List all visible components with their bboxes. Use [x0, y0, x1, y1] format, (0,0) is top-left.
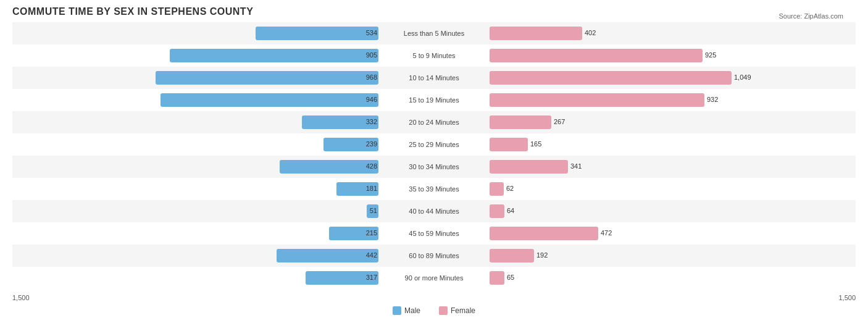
- table-row: 10 to 14 Minutes9681,049: [12, 67, 856, 89]
- female-value: 402: [585, 29, 596, 36]
- female-bar: [490, 204, 504, 218]
- table-row: 40 to 44 Minutes5164: [12, 200, 856, 222]
- male-value: 215: [366, 229, 377, 237]
- female-bar: [490, 271, 504, 285]
- female-bar: [490, 227, 598, 240]
- female-value: 932: [707, 96, 718, 103]
- table-row: 60 to 89 Minutes442192: [12, 245, 856, 267]
- female-value: 1,049: [734, 73, 751, 81]
- table-row: 30 to 34 Minutes428341: [12, 156, 856, 178]
- table-row: Less than 5 Minutes534402: [12, 22, 856, 44]
- table-row: 35 to 39 Minutes18162: [12, 178, 856, 200]
- row-label: 15 to 19 Minutes: [409, 96, 459, 104]
- table-row: 45 to 59 Minutes215472: [12, 222, 856, 245]
- row-label: Less than 5 Minutes: [404, 30, 464, 37]
- chart-container: Less than 5 Minutes5344025 to 9 Minutes9…: [12, 22, 856, 315]
- male-bar: [280, 160, 378, 174]
- legend: Male Female: [12, 306, 856, 315]
- male-value: 181: [366, 185, 377, 192]
- female-value: 472: [601, 229, 612, 237]
- female-bar: [490, 27, 582, 40]
- female-bar: [490, 249, 534, 262]
- male-color-box: [393, 306, 401, 315]
- table-row: 15 to 19 Minutes946932: [12, 89, 856, 111]
- row-label: 5 to 9 Minutes: [412, 52, 455, 59]
- female-value: 165: [530, 140, 541, 148]
- male-value: 51: [370, 207, 377, 214]
- female-bar: [490, 160, 568, 174]
- male-bar: [161, 93, 378, 107]
- female-label: Female: [451, 306, 475, 315]
- table-row: 5 to 9 Minutes905925: [12, 44, 856, 67]
- female-value: 64: [507, 207, 514, 214]
- female-value: 341: [570, 162, 582, 170]
- male-value: 968: [366, 73, 377, 81]
- female-bar: [490, 115, 551, 129]
- male-value: 332: [366, 118, 377, 125]
- male-value: 905: [366, 51, 377, 59]
- chart-title: COMMUTE TIME BY SEX IN STEPHENS COUNTY: [12, 6, 856, 17]
- row-label: 45 to 59 Minutes: [409, 230, 459, 237]
- legend-female: Female: [439, 306, 475, 315]
- table-row: 20 to 24 Minutes332267: [12, 111, 856, 133]
- male-value: 534: [366, 29, 377, 36]
- female-color-box: [439, 306, 448, 315]
- row-label: 10 to 14 Minutes: [409, 74, 459, 82]
- female-bar: [490, 71, 732, 85]
- male-bar: [277, 249, 378, 262]
- female-value: 65: [507, 274, 514, 281]
- row-label: 40 to 44 Minutes: [409, 208, 459, 215]
- male-bar: [256, 27, 378, 40]
- female-bar: [490, 93, 704, 107]
- male-value: 317: [366, 274, 377, 281]
- male-value: 442: [366, 251, 377, 259]
- row-label: 90 or more Minutes: [405, 274, 464, 282]
- female-value: 62: [506, 185, 514, 192]
- female-value: 925: [705, 51, 716, 59]
- table-row: 25 to 29 Minutes239165: [12, 133, 856, 156]
- female-bar: [490, 49, 703, 62]
- chart-area: Less than 5 Minutes5344025 to 9 Minutes9…: [12, 22, 856, 289]
- row-label: 25 to 29 Minutes: [409, 141, 459, 148]
- source-label: Source: ZipAtlas.com: [778, 12, 843, 20]
- axis-left: 1,500: [12, 294, 30, 301]
- row-label: 60 to 89 Minutes: [409, 252, 459, 259]
- male-value: 946: [366, 96, 377, 103]
- male-label: Male: [404, 306, 420, 315]
- row-label: 20 to 24 Minutes: [409, 119, 459, 126]
- female-bar: [490, 138, 528, 151]
- male-bar: [170, 49, 378, 62]
- male-value: 428: [366, 162, 377, 170]
- female-value: 267: [554, 118, 565, 125]
- table-row: 90 or more Minutes31765: [12, 267, 856, 289]
- row-label: 30 to 34 Minutes: [409, 163, 459, 170]
- male-bar: [156, 71, 378, 85]
- axis-right: 1,500: [838, 294, 856, 301]
- female-value: 192: [536, 251, 548, 259]
- male-value: 239: [366, 140, 377, 148]
- legend-male: Male: [393, 306, 420, 315]
- female-bar: [490, 182, 504, 196]
- axis-row: 1,500 1,500: [12, 292, 856, 304]
- row-label: 35 to 39 Minutes: [409, 185, 459, 193]
